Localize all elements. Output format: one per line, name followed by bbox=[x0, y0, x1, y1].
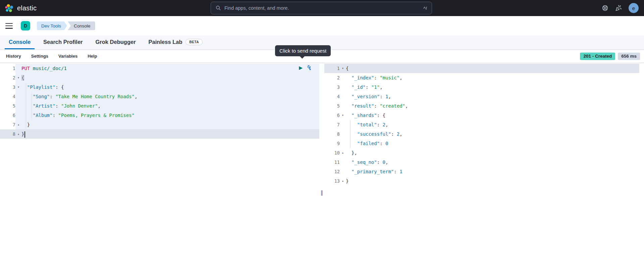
code-token: { bbox=[346, 66, 348, 71]
elastic-logo[interactable]: elastic bbox=[5, 4, 37, 13]
request-editor[interactable]: ▶ 1PUT music/_doc/12▾{3▾ "Playlist": {4 … bbox=[0, 63, 319, 254]
line-number: 9 bbox=[324, 139, 340, 148]
code-token bbox=[346, 103, 352, 109]
code-text: "_seq_no": 0, bbox=[346, 157, 639, 167]
line-number: 1 bbox=[324, 64, 340, 73]
request-line-2[interactable]: 2▾{ bbox=[0, 73, 319, 82]
fold-spacer bbox=[340, 82, 346, 92]
response-line-6[interactable]: 6▾ "_shards": { bbox=[324, 111, 639, 120]
breadcrumb-console[interactable]: Console bbox=[68, 21, 95, 30]
code-token: : bbox=[374, 75, 380, 80]
line-number: 7 bbox=[0, 120, 15, 129]
code-text: } bbox=[346, 176, 639, 186]
indent-guide bbox=[26, 120, 26, 129]
tab-painless-lab[interactable]: Painless Lab BETA bbox=[145, 36, 207, 49]
space-avatar[interactable]: D bbox=[21, 21, 30, 30]
indent-guide bbox=[32, 111, 32, 120]
response-line-10[interactable]: 10▴ }, bbox=[324, 148, 639, 157]
request-options-button[interactable] bbox=[306, 65, 311, 70]
fold-spacer bbox=[340, 92, 346, 101]
indent-guide bbox=[32, 92, 32, 101]
indent-guide bbox=[350, 139, 351, 148]
fold-down-icon[interactable]: ▾ bbox=[340, 64, 346, 73]
indent-guide bbox=[26, 111, 26, 120]
tab-console[interactable]: Console bbox=[5, 36, 35, 49]
fold-down-icon[interactable]: ▾ bbox=[15, 73, 21, 82]
code-token bbox=[346, 141, 357, 146]
fold-down-icon[interactable]: ▾ bbox=[340, 111, 346, 120]
response-line-13[interactable]: 13▴} bbox=[324, 176, 639, 186]
code-token: "Poems, Prayers & Promises" bbox=[58, 113, 135, 118]
logo-wordmark: elastic bbox=[17, 4, 37, 12]
variables-link[interactable]: Variables bbox=[58, 54, 77, 59]
life-buoy-help-icon bbox=[602, 5, 608, 11]
global-search-input[interactable]: Find apps, content, and more. ^/ bbox=[211, 2, 432, 14]
line-number: 12 bbox=[324, 167, 340, 176]
code-token: } bbox=[346, 178, 348, 184]
request-line-7[interactable]: 7▴ } bbox=[0, 120, 319, 129]
response-line-2[interactable]: 2 "_index": "music", bbox=[324, 73, 639, 82]
fold-spacer bbox=[340, 129, 346, 139]
tab-console-label: Console bbox=[9, 39, 31, 45]
request-line-1[interactable]: 1PUT music/_doc/1 bbox=[0, 64, 319, 73]
request-line-6[interactable]: 6 "Album": "Poems, Prayers & Promises" bbox=[0, 111, 319, 120]
news-button[interactable] bbox=[615, 5, 622, 11]
settings-link[interactable]: Settings bbox=[31, 54, 48, 59]
code-token: "_index" bbox=[352, 75, 374, 80]
fold-spacer bbox=[340, 101, 346, 111]
fold-spacer bbox=[340, 139, 346, 148]
space-avatar-initial: D bbox=[24, 23, 27, 28]
response-line-3[interactable]: 3 "_id": "1", bbox=[324, 82, 639, 92]
response-line-7[interactable]: 7 "total": 2, bbox=[324, 120, 639, 129]
help-button[interactable] bbox=[602, 5, 608, 11]
code-token bbox=[346, 75, 352, 80]
code-token: "Take Me Home Country Roads" bbox=[55, 94, 135, 99]
code-text: "failed": 0 bbox=[346, 139, 639, 148]
header-actions: e bbox=[602, 0, 639, 16]
response-line-8[interactable]: 8 "successful": 2, bbox=[324, 129, 639, 139]
code-token: : bbox=[394, 169, 399, 174]
response-line-5[interactable]: 5 "result": "created", bbox=[324, 101, 639, 111]
code-token: "music" bbox=[380, 75, 399, 80]
code-token bbox=[346, 113, 352, 118]
code-token: 1 bbox=[399, 169, 402, 174]
code-token: "Album" bbox=[33, 113, 53, 118]
request-line-3[interactable]: 3▾ "Playlist": { bbox=[0, 82, 319, 92]
code-token: "successful" bbox=[357, 131, 391, 137]
fold-up-icon[interactable]: ▴ bbox=[15, 120, 21, 129]
response-line-4[interactable]: 4 "_version": 1, bbox=[324, 92, 639, 101]
help-link[interactable]: Help bbox=[88, 54, 97, 59]
code-token bbox=[346, 169, 352, 174]
code-token: "total" bbox=[357, 122, 377, 127]
line-number: 3 bbox=[0, 82, 15, 92]
code-token: , bbox=[385, 160, 388, 165]
pane-resize-handle[interactable]: ‖ bbox=[319, 63, 324, 254]
code-token bbox=[346, 94, 352, 99]
menu-hamburger-icon[interactable] bbox=[5, 23, 13, 29]
fold-up-icon[interactable]: ▴ bbox=[340, 148, 346, 157]
request-line-8[interactable]: 8▴} bbox=[0, 129, 319, 139]
tab-search-profiler[interactable]: Search Profiler bbox=[39, 36, 87, 49]
response-line-1[interactable]: 1▾{ bbox=[324, 64, 639, 73]
line-number: 4 bbox=[0, 92, 15, 101]
response-line-11[interactable]: 11 "_seq_no": 0, bbox=[324, 157, 639, 167]
indent-guide bbox=[32, 101, 32, 111]
user-avatar[interactable]: e bbox=[629, 3, 639, 13]
history-link[interactable]: History bbox=[6, 54, 21, 59]
request-line-5[interactable]: 5 "Artist": "John Denver", bbox=[0, 101, 319, 111]
breadcrumb-dev-tools[interactable]: Dev Tools bbox=[37, 21, 67, 30]
request-line-4[interactable]: 4 "Song": "Take Me Home Country Roads", bbox=[0, 92, 319, 101]
send-request-button[interactable]: ▶ bbox=[299, 65, 303, 70]
response-line-9[interactable]: 9 "failed": 0 bbox=[324, 139, 639, 148]
code-token: "result" bbox=[352, 103, 374, 109]
code-token: "_version" bbox=[352, 94, 380, 99]
fold-up-icon[interactable]: ▴ bbox=[15, 129, 21, 139]
code-token bbox=[346, 84, 352, 90]
fold-down-icon[interactable]: ▾ bbox=[15, 82, 21, 92]
fold-up-icon[interactable]: ▴ bbox=[340, 176, 346, 186]
response-viewer[interactable]: 1▾{2 "_index": "music",3 "_id": "1",4 "_… bbox=[324, 63, 644, 254]
code-text: "_shards": { bbox=[346, 111, 639, 120]
tab-grok-debugger[interactable]: Grok Debugger bbox=[91, 36, 140, 49]
response-line-12[interactable]: 12 "_primary_term": 1 bbox=[324, 167, 639, 176]
code-token: "1" bbox=[371, 84, 380, 90]
